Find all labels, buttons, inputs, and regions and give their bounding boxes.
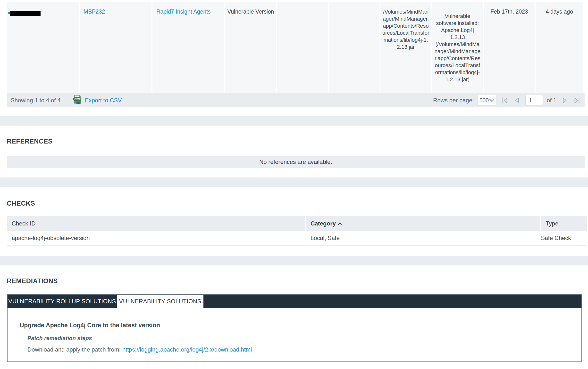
checks-table: Check ID Category Type apache-log4j-obso… (7, 216, 587, 246)
section-separator (0, 116, 588, 126)
column-header-type[interactable]: Type (541, 216, 587, 231)
svg-text:CSV: CSV (74, 98, 80, 101)
section-separator (0, 178, 588, 187)
section-separator (0, 256, 588, 266)
cell-proof: Vulnerable software installed: Apache Lo… (432, 2, 483, 93)
redaction-blue-sliver (8, 12, 10, 14)
solution-title: Upgrade Apache Log4j Core to the latest … (20, 322, 581, 329)
solution-subtitle: Patch remediation steps (27, 335, 581, 342)
check-id-value: apache-log4j-obsolete-version (7, 235, 306, 241)
cell-first-found: Feb 17th, 2023 (484, 2, 535, 93)
column-header-check-id[interactable]: Check ID (7, 216, 305, 231)
showing-count-label: Showing 1 to 4 of 4 (11, 97, 61, 104)
tab-vulnerability-rollup-solutions[interactable]: VULNERABILITY ROLLUP SOLUTIONS (8, 295, 117, 308)
cell-protocol: - (329, 2, 379, 93)
cell-asset-name (7, 2, 79, 93)
check-type-value: Safe Check (541, 235, 587, 241)
first-page-button[interactable] (501, 97, 509, 104)
checks-heading: CHECKS (7, 200, 588, 207)
cell-port: - (277, 2, 328, 93)
host-link[interactable]: MBP232 (84, 9, 105, 15)
page-of-label: of 1 (547, 97, 556, 104)
cell-last-scan: 4 days ago (536, 2, 583, 93)
pagination-controls: Rows per page: 500 of 1 (433, 95, 581, 106)
sort-ascending-icon (338, 222, 342, 225)
solution-step-text: Download and apply the patch from: (27, 346, 122, 353)
chevron-down-icon (489, 99, 494, 102)
previous-page-button[interactable] (513, 97, 521, 104)
affects-table-row: MBP232 Rapid7 Insight Agents Vulnerable … (7, 2, 588, 93)
redaction-bar (10, 11, 41, 16)
footer-divider (67, 97, 67, 104)
last-page-button[interactable] (573, 97, 581, 104)
cell-source: Rapid7 Insight Agents (152, 2, 224, 93)
solution-step: Download and apply the patch from: https… (27, 346, 581, 353)
rows-per-page-label: Rows per page: (433, 97, 474, 104)
table-footer: Showing 1 to 4 of 4 CSV Export to CSV Ro… (7, 93, 585, 107)
rows-per-page-value: 500 (480, 97, 489, 104)
export-csv-icon[interactable]: CSV (73, 95, 82, 106)
references-heading: REFERENCES (7, 138, 588, 145)
cell-host: MBP232 (80, 2, 151, 93)
remediations-heading: REMEDIATIONS (7, 277, 588, 285)
remediation-solution: Upgrade Apache Log4j Core to the latest … (8, 308, 581, 353)
page-number-input[interactable] (525, 95, 543, 106)
rows-per-page-select[interactable]: 500 (477, 95, 497, 106)
source-link[interactable]: Rapid7 Insight Agents (156, 9, 211, 15)
vulnerability-detail-page: MBP232 Rapid7 Insight Agents Vulnerable … (0, 2, 588, 369)
cell-status: Vulnerable Version (225, 2, 276, 93)
checks-table-row: apache-log4j-obsolete-version Local, Saf… (7, 231, 587, 246)
column-header-category[interactable]: Category (306, 216, 540, 231)
check-category-value: Local, Safe (306, 235, 541, 241)
references-empty-message: No references are available. (7, 156, 585, 168)
patch-download-link[interactable]: https://logging.apache.org/log4j/2.x/dow… (122, 346, 252, 353)
tab-vulnerability-solutions[interactable]: VULNERABILITY SOLUTIONS (117, 295, 203, 308)
cell-path: /Volumes/MindManager/MindManager.app/Con… (380, 2, 431, 93)
next-page-button[interactable] (561, 97, 568, 104)
remediations-tab-bar: VULNERABILITY ROLLUP SOLUTIONS VULNERABI… (8, 295, 581, 308)
redacted-asset-name (8, 11, 79, 16)
checks-table-header: Check ID Category Type (7, 216, 587, 231)
remediations-panel: VULNERABILITY ROLLUP SOLUTIONS VULNERABI… (7, 294, 582, 362)
export-csv-link[interactable]: Export to CSV (85, 97, 122, 104)
